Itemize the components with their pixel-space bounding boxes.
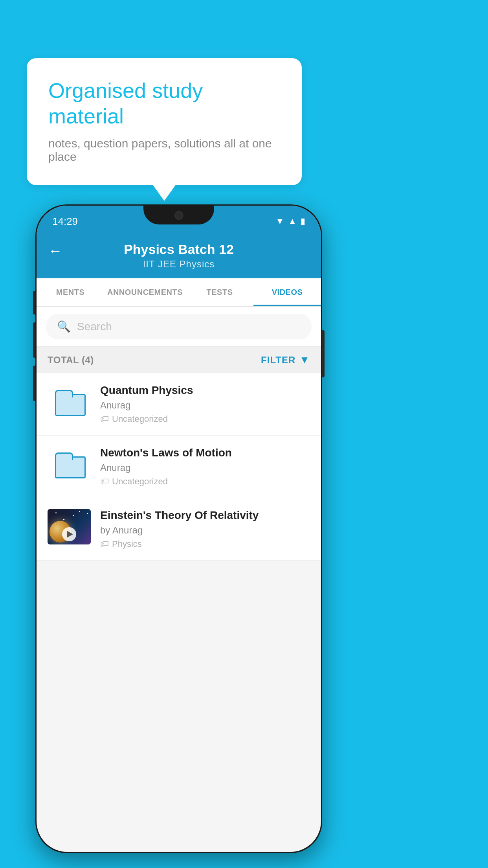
filter-bar: TOTAL (4) FILTER ▼ — [37, 347, 321, 373]
header-subtitle: IIT JEE Physics — [143, 259, 215, 270]
silent-button — [33, 366, 35, 401]
video-thumbnail-image — [48, 509, 91, 544]
folder-icon-wrap — [53, 386, 85, 417]
filter-icon: ▼ — [299, 354, 310, 366]
search-input[interactable]: Search — [77, 320, 112, 333]
filter-button[interactable]: FILTER ▼ — [261, 354, 310, 366]
tab-tests[interactable]: TESTS — [186, 278, 253, 306]
front-camera — [174, 211, 183, 220]
back-button[interactable]: ← — [48, 243, 62, 259]
list-item[interactable]: Newton's Laws of Motion Anurag 🏷 Uncateg… — [37, 436, 321, 498]
battery-icon: ▮ — [301, 216, 305, 226]
speech-bubble: Organised study material notes, question… — [27, 58, 302, 185]
search-icon: 🔍 — [57, 320, 71, 333]
folder-icon — [55, 390, 83, 414]
signal-icon: ▲ — [288, 216, 297, 226]
tag-icon: 🏷 — [100, 476, 109, 487]
bubble-subtitle: notes, question papers, solutions all at… — [48, 137, 280, 164]
item-title: Newton's Laws of Motion — [100, 447, 310, 459]
item-thumbnail — [48, 447, 91, 482]
item-tag: 🏷 Uncategorized — [100, 414, 310, 424]
video-list: Quantum Physics Anurag 🏷 Uncategorized N — [37, 373, 321, 561]
item-info: Einstein's Theory Of Relativity by Anura… — [100, 509, 310, 549]
phone-screen: 14:29 ▼ ▲ ▮ ← Physics Batch 12 IIT JEE P… — [37, 206, 321, 852]
phone-notch — [143, 206, 214, 224]
item-author: by Anurag — [100, 525, 310, 536]
search-bar: 🔍 Search — [37, 307, 321, 347]
item-tag: 🏷 Uncategorized — [100, 476, 310, 487]
power-button — [322, 330, 325, 377]
tab-announcements[interactable]: ANNOUNCEMENTS — [104, 278, 186, 306]
tag-icon: 🏷 — [100, 539, 109, 549]
bubble-title: Organised study material — [48, 78, 280, 129]
play-button[interactable] — [62, 527, 76, 541]
volume-up-button — [33, 291, 35, 314]
tag-icon: 🏷 — [100, 414, 109, 424]
tab-videos[interactable]: VIDEOS — [253, 278, 321, 306]
tabs-bar: MENTS ANNOUNCEMENTS TESTS VIDEOS — [37, 278, 321, 307]
app-header: ← Physics Batch 12 IIT JEE Physics — [37, 234, 321, 278]
folder-icon — [55, 452, 83, 476]
filter-label: FILTER — [261, 355, 295, 366]
item-info: Quantum Physics Anurag 🏷 Uncategorized — [100, 384, 310, 424]
list-item[interactable]: Einstein's Theory Of Relativity by Anura… — [37, 498, 321, 561]
item-author: Anurag — [100, 400, 310, 411]
list-item[interactable]: Quantum Physics Anurag 🏷 Uncategorized — [37, 373, 321, 436]
phone-frame: 14:29 ▼ ▲ ▮ ← Physics Batch 12 IIT JEE P… — [35, 204, 322, 853]
search-input-wrap[interactable]: 🔍 Search — [46, 314, 312, 339]
item-title: Einstein's Theory Of Relativity — [100, 509, 310, 522]
item-author: Anurag — [100, 462, 310, 473]
folder-icon-wrap — [53, 449, 85, 480]
status-time: 14:29 — [52, 215, 78, 228]
item-tag: 🏷 Physics — [100, 539, 310, 549]
item-thumbnail — [48, 509, 91, 544]
item-info: Newton's Laws of Motion Anurag 🏷 Uncateg… — [100, 447, 310, 487]
status-icons: ▼ ▲ ▮ — [275, 216, 305, 226]
item-title: Quantum Physics — [100, 384, 310, 397]
tab-ments[interactable]: MENTS — [37, 278, 104, 306]
total-count: TOTAL (4) — [48, 355, 94, 366]
header-title: Physics Batch 12 — [124, 242, 234, 257]
item-thumbnail — [48, 384, 91, 419]
wifi-icon: ▼ — [275, 216, 284, 226]
play-triangle-icon — [67, 531, 73, 538]
volume-down-button — [33, 322, 35, 358]
